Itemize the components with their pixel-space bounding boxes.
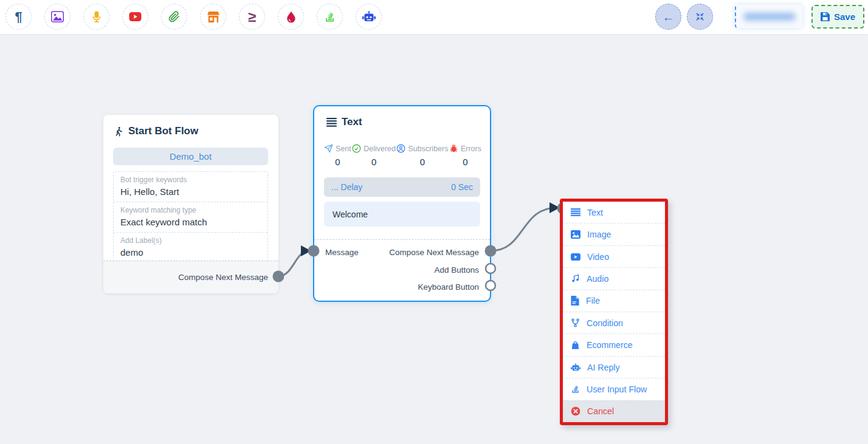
redacted-label xyxy=(743,13,796,21)
image-icon xyxy=(51,11,64,22)
menu-item-label: Video xyxy=(587,252,609,262)
menu-item-image[interactable]: Image xyxy=(563,223,665,245)
check-circle-icon xyxy=(352,144,361,153)
audio-icon xyxy=(571,274,580,283)
field-add-labels[interactable]: Add Label(s) demo xyxy=(114,232,267,262)
text-node-header: Text xyxy=(326,116,362,128)
flow-canvas[interactable]: Start Bot Flow Demo_bot Bot trigger keyw… xyxy=(0,0,868,444)
add-node-context-menu: Text Image Video Audio File Condition Ec… xyxy=(560,199,668,425)
toolbar-image-button[interactable] xyxy=(44,4,71,30)
field-bot-trigger-keywords[interactable]: Bot trigger keywords Hi, Hello, Start xyxy=(114,172,267,202)
hamburger-icon xyxy=(326,118,337,127)
image-icon xyxy=(571,230,580,239)
microphone-icon xyxy=(91,11,102,23)
toolbar-youtube-button[interactable] xyxy=(122,4,148,30)
compress-icon xyxy=(695,12,704,21)
ecommerce-icon xyxy=(571,341,580,350)
stat-value: 0 xyxy=(335,157,340,167)
stat-sent: Sent 0 xyxy=(324,144,351,167)
arrowhead-icon xyxy=(301,245,311,256)
stat-value: 0 xyxy=(463,157,467,167)
stat-value: 0 xyxy=(420,157,425,167)
field-value: Hi, Hello, Start xyxy=(120,186,261,197)
bug-icon xyxy=(449,144,458,153)
paragraph-icon: ¶ xyxy=(15,10,22,24)
start-node-title-text: Start Bot Flow xyxy=(128,125,198,137)
stat-delivered: Delivered 0 xyxy=(352,144,396,167)
menu-item-cancel[interactable]: Cancel xyxy=(563,400,665,422)
menu-item-label: Ecommerce xyxy=(587,340,633,350)
message-input-port-label: Message xyxy=(325,248,359,257)
delay-setting[interactable]: ... Delay 0 Sec xyxy=(324,177,480,197)
toolbar-greater-equal-button[interactable]: ≥ xyxy=(239,4,265,30)
wire-text-to-menu xyxy=(491,208,557,251)
text-message-node[interactable]: Text Sent 0 Delivered 0 Subscr xyxy=(313,105,491,302)
text-icon xyxy=(571,208,580,216)
menu-item-ecommerce[interactable]: Ecommerce xyxy=(563,333,665,355)
toolbar-microphone-button[interactable] xyxy=(83,4,109,30)
stat-subscribers: Subscribers 0 xyxy=(396,144,448,167)
toolbar-store-button[interactable] xyxy=(200,4,226,30)
start-node-title: Start Bot Flow xyxy=(114,125,198,137)
toolbar-paperclip-button[interactable] xyxy=(161,4,187,30)
start-bot-flow-node[interactable]: Start Bot Flow Demo_bot Bot trigger keyw… xyxy=(103,115,278,293)
stat-value: 0 xyxy=(371,157,376,167)
message-text-input[interactable]: Welcome xyxy=(324,202,480,227)
menu-item-label: User Input Flow xyxy=(587,384,647,394)
node-divider xyxy=(314,239,490,240)
start-node-fields: Bot trigger keywords Hi, Hello, Start Ke… xyxy=(113,171,268,263)
field-value: Exact keyword match xyxy=(120,216,261,228)
field-label: Add Label(s) xyxy=(120,236,261,245)
arrowhead-icon xyxy=(549,202,560,213)
walking-person-icon xyxy=(114,126,124,137)
menu-item-condition[interactable]: Condition xyxy=(563,312,665,333)
menu-item-label: AI Reply xyxy=(587,363,620,372)
stat-label: Subscribers xyxy=(408,145,448,153)
floppy-disk-icon xyxy=(821,12,830,21)
file-icon xyxy=(571,296,579,306)
toolbar-robot-button[interactable] xyxy=(356,4,382,30)
cancel-icon xyxy=(571,406,580,416)
stack-icon xyxy=(324,11,336,22)
menu-item-label: File xyxy=(586,296,600,306)
paper-plane-icon xyxy=(324,144,333,153)
toolbar-paragraph-button[interactable]: ¶ xyxy=(5,4,32,30)
field-keyword-matching-type[interactable]: Keyword matching type Exact keyword matc… xyxy=(114,202,267,232)
top-toolbar: ¶ ≥ ← Save xyxy=(0,0,868,34)
wire-start-to-text xyxy=(278,251,309,276)
back-button[interactable]: ← xyxy=(655,4,681,30)
menu-item-ai-reply[interactable]: AI Reply xyxy=(563,356,665,378)
field-label: Keyword matching type xyxy=(120,206,261,215)
paperclip-icon xyxy=(168,11,180,22)
add-buttons-port-label: Add Buttons xyxy=(434,265,479,275)
menu-item-file[interactable]: File xyxy=(563,290,665,312)
menu-item-label: Text xyxy=(587,208,603,217)
start-node-footer: Compose Next Message xyxy=(103,261,278,293)
arrow-left-icon: ← xyxy=(663,11,675,23)
menu-item-audio[interactable]: Audio xyxy=(563,267,665,289)
menu-item-label: Condition xyxy=(587,318,623,328)
stat-label: Sent xyxy=(336,145,351,153)
stat-errors: Errors 0 xyxy=(449,144,481,167)
keyboard-button-port-label: Keyboard Button xyxy=(418,282,479,292)
toolbar-stack-button[interactable] xyxy=(317,4,343,30)
fit-view-button[interactable] xyxy=(687,4,713,30)
menu-item-user-input-flow[interactable]: User Input Flow xyxy=(563,378,665,400)
stat-label: Errors xyxy=(461,145,481,153)
redacted-button[interactable] xyxy=(735,5,802,28)
menu-item-label: Image xyxy=(587,230,611,239)
menu-item-label: Audio xyxy=(587,274,608,284)
field-value: demo xyxy=(120,247,261,258)
ai-reply-icon xyxy=(571,363,580,372)
condition-icon xyxy=(571,318,580,327)
delay-value: 0 Sec xyxy=(451,182,473,192)
menu-item-video[interactable]: Video xyxy=(563,245,665,267)
toolbar-drop-button[interactable] xyxy=(278,4,304,30)
save-button[interactable]: Save xyxy=(811,5,864,29)
user-input-flow-icon xyxy=(571,384,580,394)
compose-next-message-port-label: Compose Next Message xyxy=(178,273,268,282)
menu-item-text[interactable]: Text xyxy=(563,202,665,223)
bot-name-button[interactable]: Demo_bot xyxy=(113,148,268,165)
youtube-icon xyxy=(129,12,142,21)
text-node-title-text: Text xyxy=(342,116,362,128)
